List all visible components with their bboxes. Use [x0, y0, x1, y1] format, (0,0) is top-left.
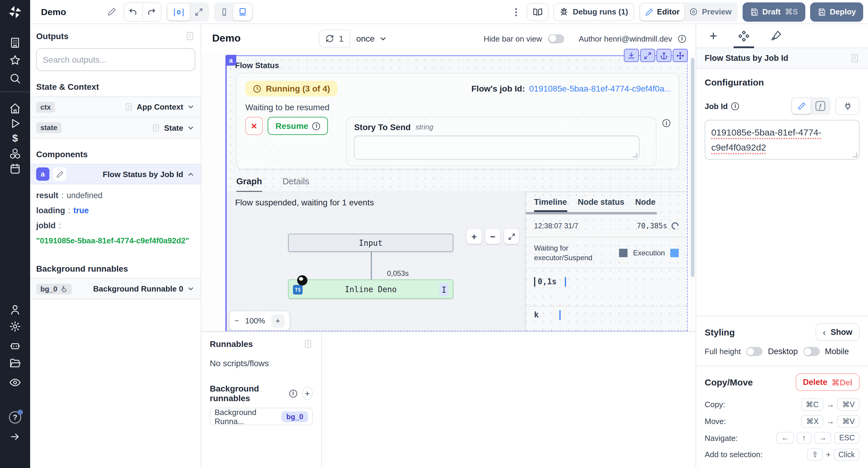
help-icon[interactable]: ?	[0, 411, 30, 424]
tab-component-settings[interactable]	[738, 24, 750, 48]
draft-button[interactable]: Draft ⌘S	[742, 2, 805, 22]
flow-graph-pane[interactable]: Flow suspended, waiting for 1 events + −…	[227, 192, 525, 331]
bg-runnables-info-icon[interactable]: i	[289, 390, 297, 397]
tab-node-status[interactable]: Node status	[578, 198, 624, 212]
kbd-cmd-c: ⌘C	[801, 398, 824, 411]
hide-bar-toggle[interactable]	[548, 34, 564, 43]
form-info-icon[interactable]: i	[662, 119, 670, 127]
resources-cubes-icon[interactable]	[0, 147, 30, 160]
search-outputs-input[interactable]	[36, 48, 195, 71]
fullwidth-layout-button[interactable]	[190, 3, 208, 20]
users-icon[interactable]	[0, 304, 30, 315]
notification-dot	[18, 409, 23, 415]
job-id-input[interactable]: 0191085e-5baa-81ef-4774-c9ef4f0a92d2	[705, 120, 860, 160]
folders-icon[interactable]	[0, 358, 30, 370]
resize-handle[interactable]	[852, 153, 857, 157]
tab-graph[interactable]: Graph	[236, 176, 262, 192]
workers-robot-icon[interactable]	[0, 340, 30, 352]
undo-icon[interactable]	[124, 2, 142, 22]
tab-global-styling[interactable]	[770, 24, 782, 48]
delete-component-button[interactable]: Delete ⌘Del	[796, 373, 860, 391]
bg0-row[interactable]: bg_0 Background Runnable 0	[30, 278, 201, 299]
fit-view-button[interactable]	[504, 229, 519, 244]
cancel-button[interactable]: ✕	[245, 117, 263, 135]
graph-zoom-buttons: + −	[467, 229, 519, 244]
bg-runnable-item[interactable]: Background Runna... bg_0	[210, 408, 313, 425]
windmill-logo-icon[interactable]	[0, 4, 30, 20]
resume-button[interactable]: Resume i	[268, 117, 328, 135]
audit-eye-icon[interactable]	[0, 376, 30, 389]
job-id-info-icon[interactable]: i	[732, 102, 739, 110]
zoom-minus-button[interactable]: −	[235, 316, 239, 325]
editor-tab[interactable]: Editor	[640, 3, 684, 20]
kebab-menu-icon[interactable]: ⋮	[510, 6, 522, 17]
draft-label: Draft	[762, 7, 781, 16]
graph-node-input[interactable]: Input	[288, 234, 453, 252]
deploy-label: Deploy	[830, 7, 856, 16]
edit-title-pencil-icon[interactable]	[107, 7, 116, 16]
graph-node-inline-deno[interactable]: TS Inline Deno I	[288, 279, 453, 299]
result-key: result	[36, 191, 59, 200]
component-row-a[interactable]: a Flow Status by Job Id	[30, 164, 201, 184]
maximize-icon	[508, 233, 515, 240]
tab-details[interactable]: Details	[282, 176, 309, 191]
move-button[interactable]	[673, 49, 688, 62]
static-mode-button[interactable]	[792, 98, 811, 114]
tab-insert-component[interactable]: +	[710, 24, 717, 48]
schedules-calendar-icon[interactable]	[0, 163, 30, 175]
debug-runs-button[interactable]: Debug runs (1)	[553, 3, 634, 21]
expand-down-button[interactable]	[624, 49, 639, 62]
expand-sidebar-arrow-icon[interactable]	[0, 431, 30, 442]
ctx-badge: ctx	[36, 101, 55, 112]
schedule-dropdown[interactable]: once	[356, 34, 387, 43]
runs-play-icon[interactable]	[0, 118, 30, 130]
add-bg-runnable-button[interactable]: +	[302, 387, 313, 400]
redo-icon[interactable]	[143, 2, 161, 22]
desktop-toggle[interactable]	[803, 347, 819, 356]
settings-gear-icon[interactable]	[0, 321, 30, 332]
timeline-h-scrollbar[interactable]	[526, 212, 657, 214]
bg0-badge-label: bg_0	[40, 285, 57, 293]
deploy-button[interactable]: Deploy	[810, 2, 863, 22]
rename-pencil-button[interactable]	[53, 167, 66, 181]
waiting-text: Waiting to be resumed	[245, 102, 670, 112]
home-icon[interactable]	[0, 102, 30, 114]
refresh-count-button[interactable]: 1	[319, 30, 350, 47]
story-textarea[interactable]	[354, 136, 640, 160]
zoom-in-button[interactable]: +	[467, 229, 482, 244]
show-styling-button[interactable]: ‹ Show	[815, 324, 860, 341]
favorites-star-icon[interactable]	[0, 54, 30, 66]
graph-edge	[371, 250, 372, 281]
ctx-row[interactable]: ctx App Context	[30, 96, 201, 118]
docs-book-button[interactable]	[527, 3, 549, 21]
search-icon[interactable]	[0, 72, 30, 84]
tab-timeline[interactable]: Timeline	[534, 198, 567, 212]
flow-status-component[interactable]: a Flow Status Running (3 of 4) Flow's jo…	[225, 56, 688, 331]
anchor-button[interactable]	[656, 49, 672, 62]
centered-layout-button[interactable]: |o|	[167, 3, 190, 20]
doc-icon[interactable]	[303, 339, 313, 349]
variables-dollar-icon[interactable]: $	[0, 133, 30, 144]
job-id-value: 0191085e-5baa-81ef-4774-c9ef4f0a92d2	[711, 127, 821, 153]
workspace-building-icon[interactable]	[0, 37, 30, 49]
zoom-plus-button[interactable]: +	[271, 314, 284, 327]
author-info-icon[interactable]: i	[678, 35, 686, 42]
state-row[interactable]: state State	[30, 118, 201, 138]
mobile-view-button[interactable]	[216, 3, 234, 20]
fullscreen-button[interactable]	[640, 49, 655, 62]
doc-icon[interactable]	[185, 31, 195, 41]
connect-plug-button[interactable]	[835, 97, 860, 115]
runnables-detail-empty	[322, 332, 695, 468]
resize-handle[interactable]	[632, 153, 638, 157]
full-height-toggle[interactable]	[746, 347, 763, 356]
save-icon	[749, 7, 758, 16]
zoom-out-button[interactable]: −	[485, 229, 500, 244]
canvas-scrollbar[interactable]	[691, 58, 694, 277]
job-id-link[interactable]: 0191085e-5baa-81ef-4774-c9ef4f0a...	[529, 84, 670, 93]
fx-mode-button[interactable]: ƒ	[811, 98, 830, 114]
windmill-app-editor: $ ? Demo |o| ⋮	[0, 0, 868, 468]
desktop-view-button[interactable]	[234, 3, 252, 20]
tab-node[interactable]: Node	[635, 198, 656, 212]
doc-icon[interactable]	[850, 53, 860, 63]
preview-tab[interactable]: Preview	[684, 3, 736, 20]
